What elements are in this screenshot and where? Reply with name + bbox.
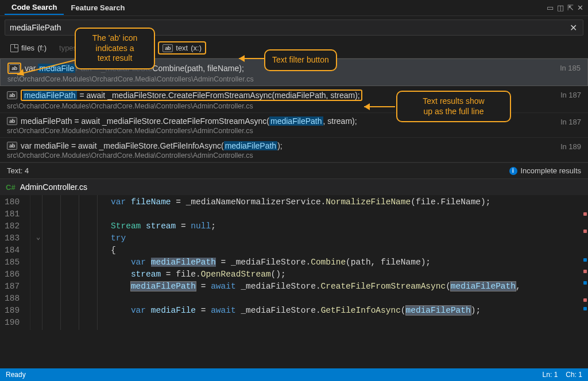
result-path: src\OrchardCore.Modules\OrchardCore.Medi… [7,75,581,83]
pin-icon-strike[interactable]: ⇱ [567,3,574,12]
annotation-ab-icon: The 'ab' icon indicates a text result [75,28,155,69]
result-code: var mediaFile = await _mediaFileStore.Ge… [21,141,283,150]
filter-text-label: text [176,44,188,52]
minimap[interactable] [580,195,588,330]
status-bar: Ready Ln: 1 Ch: 1 [0,368,588,381]
result-code: mediaFilePath = await _mediaFileStore.Cr… [21,90,362,101]
status-ch[interactable]: Ch: 1 [566,371,582,379]
filter-text[interactable]: ab text (x:) [158,41,206,55]
editor-filename: AdminController.cs [20,182,88,192]
clear-search-icon[interactable]: ✕ [564,22,583,33]
status-ln[interactable]: Ln: 1 [543,371,558,379]
info-icon: i [509,167,517,175]
results-footer: Text: 4 i Incomplete results [0,162,588,178]
result-path: src\OrchardCore.Modules\OrchardCore.Medi… [7,151,581,160]
window-controls: ▭ ◫ ⇱ ✕ [547,3,583,12]
results-count: Text: 4 [7,166,29,175]
annotation-text-filter: Text filter button [264,49,337,71]
result-row[interactable]: ab var mediaFile = await _mediaFileStore… [0,138,588,162]
incomplete-results-label: Incomplete results [521,166,582,175]
window-position-icon[interactable]: ▭ [547,3,554,12]
annotation-full-line: Text results show up as the full line [396,91,511,122]
ab-icon: ab [7,117,17,125]
result-line: ln 187 [561,118,581,126]
code-editor[interactable]: 180181 182183 184185 186187 188189 190 ⌄… [0,195,588,330]
filter-text-shortcut: (x:) [191,44,202,52]
code-area[interactable]: var fileName = _mediaNameNormalizerServi… [30,195,588,330]
panel-tabs: Code Search Feature Search ▭ ◫ ⇱ ✕ [0,0,588,16]
result-line: ln 185 [560,64,581,72]
csharp-icon: C# [6,183,16,192]
filter-files[interactable]: files (f:) [7,42,50,53]
ab-icon: ab [7,91,17,99]
filter-files-shortcut: (f:) [37,44,47,52]
filter-files-label: files [21,44,34,52]
result-path: src\OrchardCore.Modules\OrchardCore.Medi… [7,127,581,135]
tab-code-search[interactable]: Code Search [5,1,64,15]
result-line: ln 189 [561,142,581,151]
split-vertical-icon[interactable]: ◫ [557,3,564,12]
ab-icon: ab [163,44,173,52]
status-ready: Ready [6,371,26,379]
tab-feature-search[interactable]: Feature Search [64,1,131,14]
ab-icon: ab [7,142,17,150]
ab-icon: ab [9,64,20,72]
result-code: mediaFilePath = await _mediaFileStore.Cr… [21,116,357,126]
file-icon [10,44,18,52]
editor-tab[interactable]: C# AdminController.cs [0,178,588,195]
result-line: ln 187 [561,91,581,99]
close-icon[interactable]: ✕ [577,3,583,12]
line-gutter: 180181 182183 184185 186187 188189 190 [0,195,30,330]
